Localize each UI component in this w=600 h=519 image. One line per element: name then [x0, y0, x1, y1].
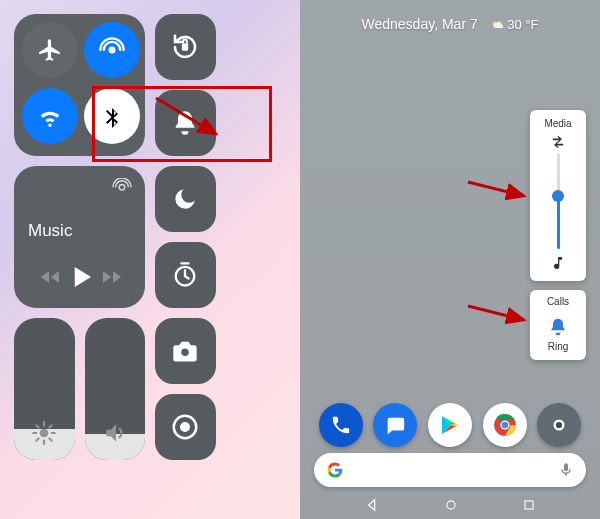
play-icon: [438, 413, 462, 437]
phone-app[interactable]: [319, 403, 363, 447]
connectivity-group: [14, 14, 145, 156]
google-g-icon: [326, 461, 344, 479]
mic-icon[interactable]: [558, 462, 574, 478]
moon-icon: [172, 186, 198, 212]
svg-point-0: [109, 47, 116, 54]
airplane-icon: [37, 37, 63, 63]
phone-icon: [330, 414, 352, 436]
ios-control-center: Music: [0, 0, 300, 519]
media-label: Media: [544, 118, 571, 129]
calls-label: Calls: [547, 296, 569, 307]
messages-icon: [384, 414, 406, 436]
music-title: Music: [28, 221, 133, 241]
airdrop-icon: [98, 36, 126, 64]
record-icon: [170, 412, 200, 442]
annotation-arrow-calls: [466, 300, 536, 330]
svg-line-9: [37, 425, 39, 427]
svg-point-15: [180, 422, 190, 432]
airplay-icon: [111, 178, 133, 200]
timer-icon: [171, 261, 199, 289]
messages-app[interactable]: [373, 403, 417, 447]
silent-mode-toggle[interactable]: [155, 90, 216, 156]
rotation-lock-icon: [170, 32, 200, 62]
svg-rect-26: [525, 501, 533, 509]
svg-point-24: [556, 422, 562, 428]
control-grid: Music: [14, 14, 286, 460]
status-weather: 30 °F: [490, 17, 539, 32]
camera-icon: [171, 337, 199, 365]
svg-line-10: [50, 438, 52, 440]
camera-app-icon: [548, 414, 570, 436]
play-icon[interactable]: [66, 262, 96, 292]
nav-home-icon[interactable]: [444, 498, 458, 512]
svg-point-25: [447, 501, 455, 509]
rewind-icon[interactable]: [35, 265, 65, 289]
svg-line-11: [37, 438, 39, 440]
nav-back-icon[interactable]: [364, 497, 380, 513]
bluetooth-toggle[interactable]: [84, 88, 140, 144]
timer-button[interactable]: [155, 242, 216, 308]
svg-point-4: [40, 429, 49, 438]
volume-slider[interactable]: [85, 318, 146, 460]
bell-icon: [171, 109, 199, 137]
airdrop-toggle[interactable]: [84, 22, 140, 78]
cast-icon[interactable]: [549, 135, 567, 149]
status-bar: Wednesday, Mar 7 30 °F: [300, 16, 600, 32]
ring-label: Ring: [548, 341, 569, 352]
music-note-icon: [550, 255, 566, 271]
media-volume-popup[interactable]: Media: [530, 110, 586, 281]
svg-rect-1: [182, 43, 188, 51]
screen-record-button[interactable]: [155, 394, 216, 460]
svg-line-18: [468, 182, 524, 196]
brightness-icon: [31, 420, 57, 446]
app-dock: [300, 403, 600, 447]
bluetooth-icon: [100, 101, 124, 131]
svg-point-13: [182, 348, 189, 355]
do-not-disturb-toggle[interactable]: [155, 166, 216, 232]
wifi-icon: [36, 102, 64, 130]
svg-point-2: [119, 184, 125, 190]
speaker-icon: [102, 420, 128, 446]
nav-bar: [300, 491, 600, 519]
nav-recent-icon[interactable]: [522, 498, 536, 512]
status-temp: 30 °F: [507, 17, 538, 32]
play-store-app[interactable]: [428, 403, 472, 447]
chrome-icon: [492, 412, 518, 438]
music-controls: [28, 262, 133, 298]
brightness-slider[interactable]: [14, 318, 75, 460]
annotation-arrow-media: [466, 176, 536, 206]
ring-bell-icon[interactable]: [548, 317, 568, 337]
wifi-toggle[interactable]: [22, 88, 78, 144]
search-input[interactable]: [352, 462, 550, 478]
music-widget[interactable]: Music: [14, 166, 145, 308]
google-search-bar[interactable]: [314, 453, 586, 487]
android-home: Wednesday, Mar 7 30 °F Media Calls Ring: [300, 0, 600, 519]
weather-icon: [490, 17, 504, 31]
camera-app[interactable]: [537, 403, 581, 447]
media-volume-slider[interactable]: [548, 153, 568, 249]
chrome-app[interactable]: [483, 403, 527, 447]
svg-line-12: [50, 425, 52, 427]
svg-point-22: [501, 422, 508, 429]
airplane-mode-toggle[interactable]: [22, 22, 78, 78]
svg-line-19: [468, 306, 524, 320]
status-date: Wednesday, Mar 7: [362, 16, 478, 32]
orientation-lock-toggle[interactable]: [155, 14, 216, 80]
camera-button[interactable]: [155, 318, 216, 384]
calls-ring-popup[interactable]: Calls Ring: [530, 290, 586, 360]
forward-icon[interactable]: [97, 265, 127, 289]
